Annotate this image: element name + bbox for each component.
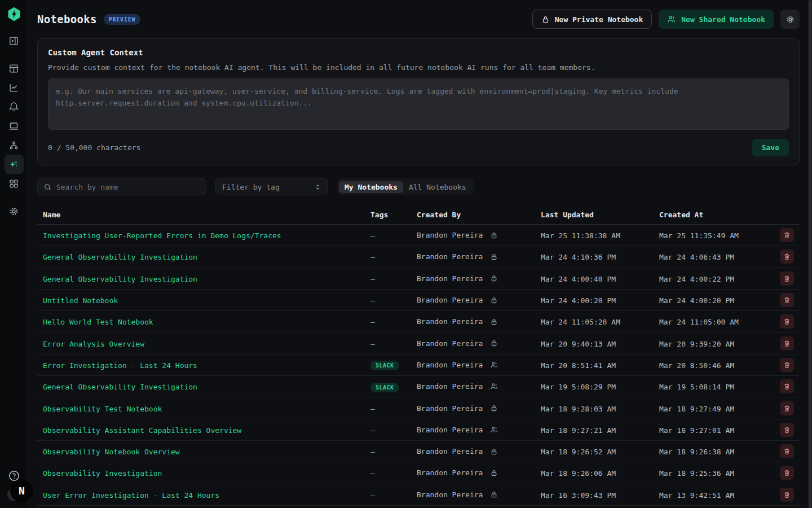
laptop-icon — [8, 121, 19, 132]
gear-icon — [8, 206, 19, 217]
sidebar-item-ai-notebooks[interactable] — [5, 155, 24, 174]
tab-my-notebooks[interactable]: My Notebooks — [339, 181, 403, 193]
created-by-name: Brandon Pereira — [417, 404, 483, 413]
lock-icon — [490, 318, 498, 326]
delete-notebook-button[interactable] — [780, 336, 794, 351]
column-header-tags: Tags — [370, 211, 417, 219]
sidebar-item-hosts[interactable] — [5, 116, 24, 135]
sidebar-item-apps[interactable] — [5, 174, 24, 193]
lock-icon — [490, 469, 498, 477]
scrollbar-thumb[interactable] — [809, 0, 811, 508]
delete-notebook-button[interactable] — [780, 466, 794, 480]
trash-icon — [783, 275, 791, 282]
notebook-name-link[interactable]: Untitled Notebook — [43, 296, 118, 305]
created-at-value: Mar 18 9:27:49 AM — [659, 405, 734, 413]
delete-notebook-button[interactable] — [780, 314, 794, 329]
filter-row: Filter by tag My Notebooks All Notebooks — [37, 178, 800, 195]
last-updated-value: Mar 19 5:08:29 PM — [541, 383, 616, 391]
notebook-name-link[interactable]: General Observability Investigation — [43, 275, 197, 283]
app-logo[interactable] — [5, 5, 23, 23]
delete-notebook-button[interactable] — [780, 271, 794, 286]
save-button[interactable]: Save — [752, 139, 789, 156]
table-icon — [8, 63, 19, 74]
search-input[interactable] — [56, 183, 200, 191]
created-by-name: Brandon Pereira — [417, 317, 483, 326]
lock-icon — [490, 274, 498, 282]
created-by-name: Brandon Pereira — [417, 231, 483, 239]
scrollbar[interactable] — [808, 0, 812, 508]
table-row: Observability Notebook Overview – Brando… — [37, 441, 800, 462]
notebook-name-link[interactable]: Observability Assistant Capabilities Ove… — [43, 426, 241, 435]
trash-icon — [783, 340, 791, 347]
delete-notebook-button[interactable] — [780, 379, 794, 393]
trash-icon — [783, 231, 791, 239]
sidebar-item-topology[interactable] — [5, 135, 24, 155]
last-updated-value: Mar 18 9:26:06 AM — [541, 469, 616, 478]
delete-notebook-button[interactable] — [780, 444, 794, 458]
delete-notebook-button[interactable] — [780, 293, 794, 307]
notebook-name-link[interactable]: Investigating User-Reported Errors in De… — [43, 231, 281, 240]
notebook-name-link[interactable]: Observability Test Notebook — [43, 405, 162, 413]
delete-notebook-button[interactable] — [780, 401, 794, 415]
notebook-name-link[interactable]: Error Analysis Overview — [43, 340, 144, 348]
users-icon — [490, 426, 498, 434]
new-private-notebook-label: New Private Notebook — [555, 15, 643, 24]
notebook-name-link[interactable]: Error Investigation - Last 24 Hours — [43, 361, 197, 370]
table-header: Name Tags Created By Last Updated Create… — [37, 205, 800, 225]
notebook-tag: – — [370, 448, 375, 456]
last-updated-value: Mar 20 8:51:41 AM — [541, 361, 616, 370]
created-at-value: Mar 20 8:50:46 AM — [659, 361, 734, 370]
notebook-tag: – — [370, 253, 375, 261]
table-row: Error Analysis Overview – Brandon Pereir… — [37, 332, 800, 354]
created-at-value: Mar 24 4:00:20 PM — [659, 296, 734, 305]
tab-all-notebooks[interactable]: All Notebooks — [403, 181, 472, 193]
tag-filter-select[interactable]: Filter by tag — [215, 178, 328, 195]
last-updated-value: Mar 24 11:05:20 AM — [541, 318, 620, 326]
new-shared-notebook-button[interactable]: New Shared Notebook — [659, 10, 774, 29]
notebook-name-link[interactable]: Hello World Test Notebook — [43, 318, 153, 326]
created-at-value: Mar 18 9:27:01 AM — [659, 426, 734, 435]
sidebar-item-charts[interactable] — [5, 78, 24, 97]
created-at-value: Mar 18 9:25:36 AM — [659, 469, 734, 478]
last-updated-value: Mar 16 3:09:43 PM — [541, 491, 616, 500]
hierarchy-icon — [8, 140, 19, 151]
notebook-name-link[interactable]: General Observability Investigation — [43, 383, 197, 391]
notebook-tag: SLACK — [370, 383, 399, 392]
created-at-value: Mar 13 9:42:51 AM — [659, 491, 734, 500]
panel-icon — [8, 36, 19, 46]
sidebar-item-panels[interactable] — [5, 31, 24, 50]
notebooks-settings-button[interactable] — [780, 10, 800, 29]
users-icon — [490, 361, 498, 369]
delete-notebook-button[interactable] — [780, 249, 794, 264]
delete-notebook-button[interactable] — [780, 358, 794, 372]
delete-notebook-button[interactable] — [780, 228, 794, 242]
notebook-tag: – — [370, 231, 375, 240]
context-card-description: Provide custom context for the notebook … — [48, 63, 789, 72]
notebook-name-link[interactable]: Observability Investigation — [43, 469, 162, 478]
page-header: Notebooks PREVIEW New Private Notebook N… — [37, 10, 800, 29]
delete-notebook-button[interactable] — [780, 488, 794, 502]
main-content: Notebooks PREVIEW New Private Notebook N… — [28, 0, 809, 508]
last-updated-value: Mar 24 4:00:20 PM — [541, 296, 616, 305]
notebook-tag: – — [370, 340, 375, 348]
last-updated-value: Mar 18 9:27:21 AM — [541, 426, 616, 435]
created-by-name: Brandon Pereira — [417, 447, 483, 456]
sidebar-item-settings[interactable] — [5, 202, 24, 221]
column-header-created-by: Created By — [417, 211, 541, 219]
delete-notebook-button[interactable] — [780, 423, 794, 437]
table-row: User Error Investigation - Last 24 Hours… — [37, 484, 800, 506]
created-by-name: Brandon Pereira — [417, 491, 483, 499]
notebook-name-link[interactable]: General Observability Investigation — [43, 253, 197, 261]
created-by-name: Brandon Pereira — [417, 296, 483, 304]
agent-context-textarea[interactable] — [48, 78, 789, 130]
new-private-notebook-button[interactable]: New Private Notebook — [532, 10, 652, 29]
notebooks-scope-tabs: My Notebooks All Notebooks — [337, 178, 474, 195]
sidebar-item-notifications[interactable] — [5, 97, 24, 116]
notebook-name-link[interactable]: User Error Investigation - Last 24 Hours — [43, 491, 219, 500]
trash-icon — [783, 383, 791, 390]
notebook-tag: – — [370, 491, 375, 500]
table-row: Observability Investigation – Brandon Pe… — [37, 462, 800, 484]
sidebar-item-tables[interactable] — [5, 59, 24, 78]
notebook-name-link[interactable]: Observability Notebook Overview — [43, 448, 180, 456]
presence-avatar[interactable]: N — [10, 479, 33, 502]
